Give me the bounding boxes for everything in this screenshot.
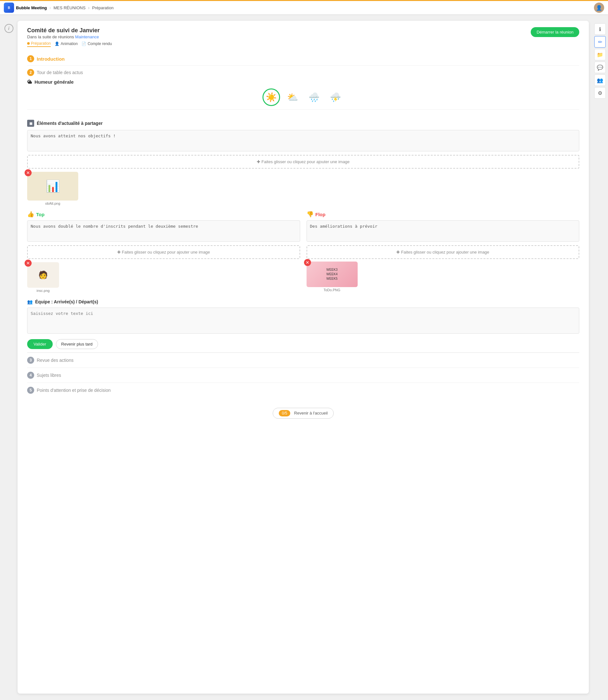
remove-top-image[interactable]: ✕: [24, 260, 32, 267]
badge-4: 4: [27, 372, 34, 379]
weather-rainy[interactable]: 🌧️: [305, 89, 323, 106]
logo-icon: B: [4, 3, 14, 13]
card-tabs: Préparation 👤 Animation 📄 Compte rendu: [27, 41, 112, 47]
actuality-image-preview: 📊: [27, 172, 78, 201]
top-textarea[interactable]: [27, 220, 300, 242]
weather-partly-cloudy[interactable]: ⛅: [284, 89, 301, 106]
valider-button[interactable]: Valider: [27, 339, 53, 349]
suite-link[interactable]: Maintenance: [75, 35, 99, 39]
revue-label: Revue des actions: [37, 358, 73, 363]
thumbs-down-icon: 👎: [307, 211, 314, 218]
top-label-text: Top: [36, 212, 44, 217]
badge-4-num: 4: [30, 373, 32, 377]
tab-animation-label: Animation: [61, 41, 78, 46]
right-sidebar: ℹ ✏ 📁 💬 👥 ⚙: [592, 21, 608, 694]
section-tour-de-table: 2 Tour de table des actus 🌥 Humeur génér…: [27, 66, 579, 353]
user-avatar[interactable]: 👤: [594, 3, 604, 13]
later-button[interactable]: Revenir plus tard: [56, 339, 98, 349]
intro-label: Introduction: [37, 56, 64, 62]
section-4-header[interactable]: 4 Sujets libres: [27, 372, 579, 379]
sidebar-chat-btn[interactable]: 💬: [594, 62, 606, 73]
sidebar-folder-btn[interactable]: 📁: [594, 49, 606, 60]
divider: [27, 109, 579, 110]
logo[interactable]: B Bubble Meeting: [4, 3, 47, 13]
badge-2-num: 2: [30, 70, 32, 75]
top-navigation: B Bubble Meeting › MES RÉUNIONS › Prépar…: [0, 0, 608, 14]
nav-arrow: ›: [88, 5, 90, 10]
top-section: 👍 Top ✚ Faites glisser ou cliquez pour a…: [27, 211, 300, 293]
tour-label: Tour de table des actus: [37, 70, 83, 75]
remove-actuality-image[interactable]: ✕: [24, 169, 32, 176]
actuality-title: ▦ Éléments d'actualité à partager: [27, 120, 579, 127]
section-introduction: 1 Introduction: [27, 52, 579, 66]
sidebar-users-btn[interactable]: 👥: [594, 74, 606, 86]
equipe-title-text: Équipe : Arrivée(s) / Départ(s): [35, 299, 98, 304]
points-label: Points d'attention et prise de décision: [37, 388, 111, 393]
equipe-textarea[interactable]: [27, 307, 579, 334]
section-5-header[interactable]: 5 Points d'attention et prise de décisio…: [27, 387, 579, 394]
badge-3-num: 3: [30, 358, 32, 362]
sidebar-edit-btn[interactable]: ✏: [594, 36, 606, 48]
actuality-image-caption: obAtt.png: [27, 202, 78, 205]
section-points: 5 Points d'attention et prise de décisio…: [27, 382, 579, 398]
home-button[interactable]: 0/5 Revenir à l'accueil: [273, 408, 334, 419]
flop-image-caption: ToDo.PNG: [307, 288, 358, 292]
actuality-textarea[interactable]: [27, 130, 579, 151]
main-content-card: Comité de suivi de Janvier Dans la suite…: [18, 21, 589, 694]
subtitle-text: Dans la suite de réunions: [27, 35, 74, 39]
sujets-label: Sujets libres: [37, 373, 61, 378]
section-3-header[interactable]: 3 Revue des actions: [27, 357, 579, 364]
section-2-header[interactable]: 2 Tour de table des actus: [27, 69, 579, 76]
progress-badge: 0/5: [279, 410, 290, 416]
top-label-row: 👍 Top: [27, 211, 300, 218]
meeting-title: Comité de suivi de Janvier: [27, 27, 112, 34]
flop-textarea[interactable]: [307, 220, 580, 242]
weather-sunny[interactable]: ☀️: [263, 89, 280, 106]
badge-3: 3: [27, 357, 34, 364]
top-upload-area[interactable]: ✚ Faites glisser ou cliquez pour ajouter…: [27, 245, 300, 259]
info-button[interactable]: i: [4, 24, 14, 33]
mood-title-text: Humeur générale: [35, 79, 74, 84]
logo-text: Bubble Meeting: [16, 5, 47, 10]
flop-upload-area[interactable]: ✚ Faites glisser ou cliquez pour ajouter…: [307, 245, 580, 259]
tab-preparation-label: Préparation: [31, 41, 51, 46]
tab-preparation[interactable]: Préparation: [27, 41, 51, 47]
upload-text: ✚ Faites glisser ou cliquez pour ajouter…: [257, 159, 350, 164]
sidebar-info-btn[interactable]: ℹ: [594, 23, 606, 35]
section-sujets: 4 Sujets libres: [27, 367, 579, 382]
top-flop-grid: 👍 Top ✚ Faites glisser ou cliquez pour a…: [27, 211, 579, 293]
weather-stormy[interactable]: ⛈️: [327, 89, 344, 106]
flop-upload-text: ✚ Faites glisser ou cliquez pour ajouter…: [396, 250, 489, 254]
actu-title-text: Éléments d'actualité à partager: [37, 121, 102, 126]
nav-mes-reunions[interactable]: MES RÉUNIONS: [53, 5, 85, 10]
mood-title: 🌥 Humeur générale: [27, 79, 579, 84]
start-meeting-button[interactable]: Démarrer la réunion: [531, 27, 579, 37]
sidebar-settings-btn[interactable]: ⚙: [594, 87, 606, 99]
tab-compte-rendu[interactable]: 📄 Compte rendu: [81, 41, 112, 47]
tab-animation[interactable]: 👤 Animation: [55, 41, 78, 47]
flop-label-text: Flop: [316, 212, 326, 217]
top-upload-text: ✚ Faites glisser ou cliquez pour ajouter…: [117, 250, 210, 254]
actuality-section: ▦ Éléments d'actualité à partager ✚ Fait…: [27, 120, 579, 349]
mood-section: 🌥 Humeur générale ☀️ ⛅ 🌧️ ⛈️: [27, 76, 579, 115]
thumbs-up-icon: 👍: [27, 211, 34, 218]
flop-uploaded-image: ✕ WEEK3WEEK4WEEK5 ToDo.PNG: [307, 262, 358, 292]
tab-dot: [27, 42, 30, 45]
nav-separator: ›: [50, 5, 51, 10]
animation-icon: 👤: [55, 41, 59, 46]
action-buttons: Valider Revenir plus tard: [27, 339, 579, 349]
remove-flop-image[interactable]: ✕: [304, 259, 311, 266]
flop-section: 👎 Flop ✚ Faites glisser ou cliquez pour …: [307, 211, 580, 293]
section-1-number[interactable]: 1 Introduction: [27, 55, 579, 62]
home-button-label: Revenir à l'accueil: [294, 411, 328, 415]
tab-compte-label: Compte rendu: [88, 41, 112, 46]
card-header: Comité de suivi de Janvier Dans la suite…: [27, 27, 579, 47]
actuality-uploaded-image: ✕ 📊 obAtt.png: [27, 172, 78, 205]
badge-5-num: 5: [30, 388, 32, 393]
badge-5: 5: [27, 387, 34, 394]
nav-current: Préparation: [92, 5, 114, 10]
flop-label-row: 👎 Flop: [307, 211, 580, 218]
badge-1: 1: [27, 55, 34, 62]
actuality-upload-area[interactable]: ✚ Faites glisser ou cliquez pour ajouter…: [27, 155, 579, 169]
actu-icon: ▦: [27, 120, 34, 127]
